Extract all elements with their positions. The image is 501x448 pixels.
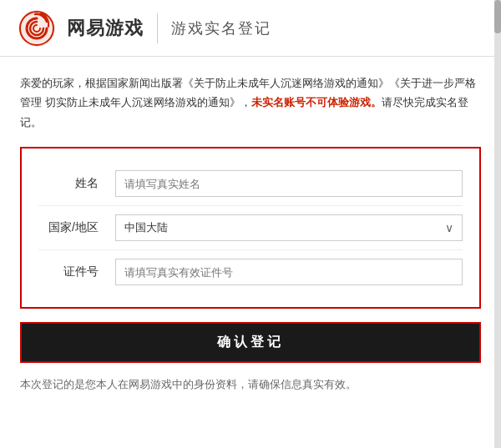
logo-area: 网易游戏 [17,8,144,48]
main-content: 亲爱的玩家，根据国家新闻出版署《关于防止未成年人沉迷网络游戏的通知》《关于进一步… [0,57,501,448]
svg-point-0 [18,10,55,47]
scrollbar-thumb[interactable] [494,0,501,33]
notice-link: 未实名账号不可体验游戏。 [251,96,382,108]
region-row: 国家/地区 中国大陆 ∨ [38,206,463,250]
header-subtitle: 游戏实名登记 [171,18,271,38]
notice-text: 亲爱的玩家，根据国家新闻出版署《关于防止未成年人沉迷网络游戏的通知》《关于进一步… [20,73,481,132]
region-select[interactable]: 中国大陆 ∨ [115,214,463,241]
chevron-down-icon: ∨ [445,221,453,234]
footer-note: 本次登记的是您本人在网易游戏中的身份资料，请确保信息真实有效。 [20,376,481,394]
name-label: 姓名 [38,176,99,191]
page-container: 网易游戏 游戏实名登记 亲爱的玩家，根据国家新闻出版署《关于防止未成年人沉迷网络… [0,0,501,448]
region-value: 中国大陆 [124,220,445,235]
netease-logo-icon [17,8,57,48]
header-divider [157,13,158,43]
name-row: 姓名 [38,162,463,206]
id-row: 证件号 [38,250,463,294]
confirm-button[interactable]: 确认登记 [20,322,481,363]
logo-text: 网易游戏 [67,16,144,41]
form-section: 姓名 国家/地区 中国大陆 ∨ 证件号 [20,147,481,309]
header: 网易游戏 游戏实名登记 [0,0,501,57]
id-input[interactable] [115,259,463,285]
scrollbar[interactable] [494,0,501,448]
region-label: 国家/地区 [38,220,99,235]
id-label: 证件号 [38,264,99,279]
name-input[interactable] [115,170,463,197]
